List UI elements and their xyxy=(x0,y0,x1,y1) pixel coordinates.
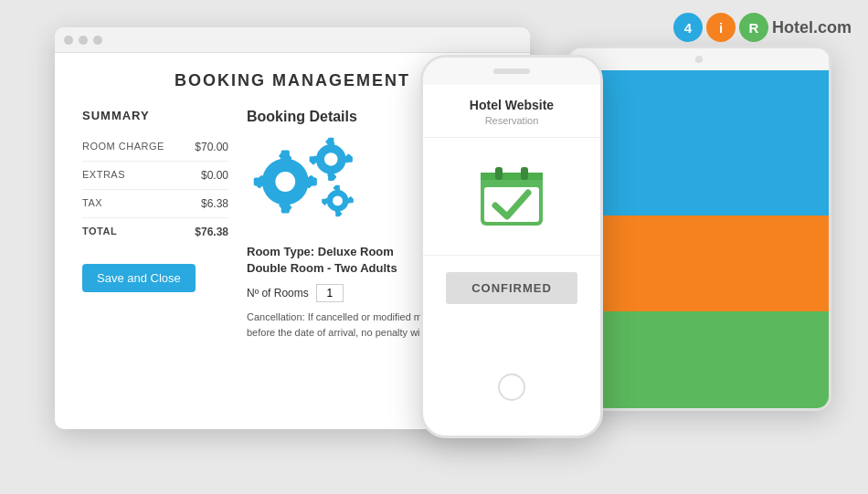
phone-screen: Hotel Website Reservation xyxy=(423,85,600,408)
tablet-orange-section xyxy=(569,215,829,312)
svg-rect-34 xyxy=(481,180,543,187)
save-close-button[interactable]: Save and Close xyxy=(82,264,196,292)
svg-point-21 xyxy=(333,195,343,205)
phone-device: Hotel Website Reservation xyxy=(420,55,603,438)
svg-rect-36 xyxy=(495,167,503,180)
tablet-blue-section xyxy=(569,70,829,215)
summary-row-extras: EXTRAS $0.00 xyxy=(82,162,228,190)
summary-row-total: TOTAL $76.38 xyxy=(82,218,228,246)
summary-row-room: ROOM CHARGE $70.00 xyxy=(82,133,228,162)
extras-value: $0.00 xyxy=(201,169,228,182)
tablet-screen xyxy=(569,70,829,408)
logo-text: Hotel.com xyxy=(772,18,852,37)
phone-bottom xyxy=(498,317,525,408)
titlebar-dot-1 xyxy=(64,36,73,45)
calendar-icon-area xyxy=(475,160,548,233)
titlebar-dot-2 xyxy=(79,36,88,45)
phone-speaker xyxy=(493,68,530,74)
confirmed-button[interactable]: CONFIRMED xyxy=(446,272,577,304)
phone-header: Hotel Website Reservation xyxy=(423,85,600,133)
phone-divider-2 xyxy=(423,255,600,256)
gears-svg xyxy=(247,136,365,227)
summary-row-tax: TAX $6.38 xyxy=(82,190,228,218)
room-charge-label: ROOM CHARGE xyxy=(82,141,164,153)
room-charge-value: $70.00 xyxy=(195,141,228,153)
svg-point-1 xyxy=(275,172,295,192)
tablet-green-section xyxy=(569,311,829,408)
tablet-top-bar xyxy=(569,48,829,70)
summary-section: SUMMARY ROOM CHARGE $70.00 EXTRAS $0.00 … xyxy=(82,109,228,340)
phone-home-button[interactable] xyxy=(498,373,525,401)
calendar-check-icon xyxy=(475,160,548,233)
svg-rect-37 xyxy=(521,167,528,180)
confirmed-btn-area: CONFIRMED xyxy=(446,259,577,317)
phone-divider xyxy=(423,137,600,138)
logo: 4 i R Hotel.com xyxy=(673,13,852,42)
summary-heading: SUMMARY xyxy=(82,109,228,122)
svg-point-11 xyxy=(324,152,338,166)
titlebar-dot-3 xyxy=(93,36,102,45)
rooms-label: Nº of Rooms xyxy=(247,287,309,300)
phone-top-bar xyxy=(423,58,600,85)
tablet-device xyxy=(566,46,831,411)
tablet-camera xyxy=(695,56,703,63)
phone-sub-label: Reservation xyxy=(432,115,591,126)
tax-value: $6.38 xyxy=(201,197,228,210)
total-value: $76.38 xyxy=(195,226,228,238)
tax-label: TAX xyxy=(82,197,102,210)
window-titlebar xyxy=(55,27,530,53)
phone-site-name: Hotel Website xyxy=(432,98,591,112)
extras-label: EXTRAS xyxy=(82,169,125,182)
logo-circle-i: i xyxy=(706,13,736,42)
total-label: TOTAL xyxy=(82,226,117,238)
logo-circle-r: R xyxy=(739,13,768,42)
logo-circle-4: 4 xyxy=(673,13,703,42)
rooms-input[interactable] xyxy=(316,284,344,302)
